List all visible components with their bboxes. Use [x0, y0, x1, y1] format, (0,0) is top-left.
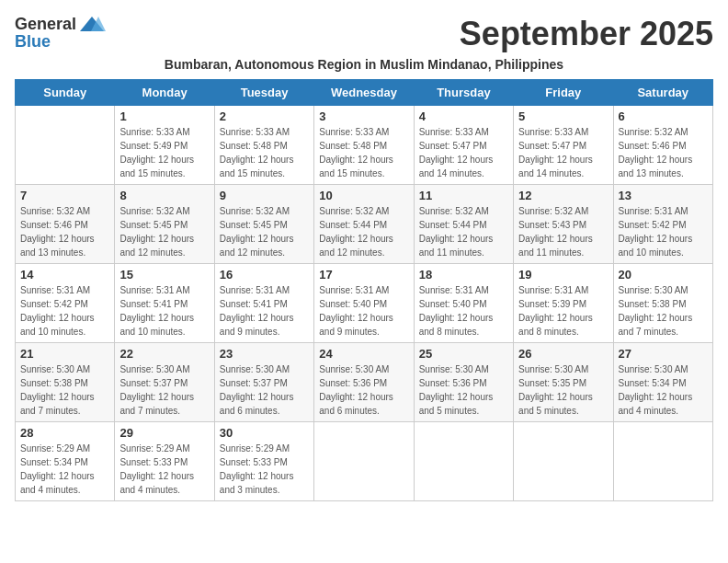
- cell-details: Sunrise: 5:30 AMSunset: 5:38 PMDaylight:…: [619, 283, 708, 339]
- day-number: 22: [119, 347, 209, 361]
- header-day-wednesday: Wednesday: [314, 80, 414, 106]
- day-number: 15: [119, 268, 209, 282]
- cell-details: Sunrise: 5:30 AMSunset: 5:36 PMDaylight:…: [319, 362, 408, 418]
- day-number: 10: [319, 189, 408, 202]
- cell-details: Sunrise: 5:31 AMSunset: 5:41 PMDaylight:…: [119, 283, 209, 339]
- cell-details: Sunrise: 5:32 AMSunset: 5:44 PMDaylight:…: [419, 204, 508, 259]
- cell-details: Sunrise: 5:30 AMSunset: 5:38 PMDaylight:…: [20, 362, 109, 418]
- day-number: 3: [319, 109, 408, 123]
- calendar-cell: 27Sunrise: 5:30 AMSunset: 5:34 PMDayligh…: [613, 343, 712, 422]
- day-number: 17: [319, 268, 408, 282]
- calendar-cell: 26Sunrise: 5:30 AMSunset: 5:35 PMDayligh…: [514, 343, 613, 422]
- cell-details: Sunrise: 5:29 AMSunset: 5:33 PMDaylight:…: [119, 442, 209, 497]
- calendar-cell: [414, 422, 513, 501]
- header: General Blue September 2025: [15, 15, 713, 53]
- calendar-cell: 5Sunrise: 5:33 AMSunset: 5:47 PMDaylight…: [514, 106, 613, 185]
- calendar-cell: 13Sunrise: 5:31 AMSunset: 5:42 PMDayligh…: [613, 185, 712, 264]
- calendar-cell: 17Sunrise: 5:31 AMSunset: 5:40 PMDayligh…: [314, 264, 414, 343]
- logo: General Blue: [15, 15, 106, 50]
- header-day-tuesday: Tuesday: [214, 80, 313, 106]
- header-day-saturday: Saturday: [613, 80, 712, 106]
- day-number: 25: [419, 347, 508, 361]
- cell-details: Sunrise: 5:32 AMSunset: 5:46 PMDaylight:…: [619, 125, 708, 180]
- cell-details: Sunrise: 5:29 AMSunset: 5:34 PMDaylight:…: [20, 442, 109, 497]
- calendar-cell: [613, 422, 712, 501]
- day-number: 20: [619, 268, 708, 282]
- calendar-cell: 19Sunrise: 5:31 AMSunset: 5:39 PMDayligh…: [514, 264, 613, 343]
- day-number: 7: [20, 189, 109, 202]
- day-number: 9: [220, 189, 309, 202]
- day-number: 26: [518, 347, 608, 361]
- day-number: 2: [220, 109, 309, 123]
- day-number: 30: [220, 426, 309, 440]
- day-number: 24: [319, 347, 408, 361]
- calendar-cell: 1Sunrise: 5:33 AMSunset: 5:49 PMDaylight…: [115, 106, 214, 185]
- cell-details: Sunrise: 5:30 AMSunset: 5:37 PMDaylight:…: [220, 362, 309, 418]
- calendar-cell: 11Sunrise: 5:32 AMSunset: 5:44 PMDayligh…: [414, 185, 513, 264]
- calendar-cell: 8Sunrise: 5:32 AMSunset: 5:45 PMDaylight…: [115, 185, 214, 264]
- calendar-week-3: 14Sunrise: 5:31 AMSunset: 5:42 PMDayligh…: [16, 264, 713, 343]
- calendar-cell: 10Sunrise: 5:32 AMSunset: 5:44 PMDayligh…: [314, 185, 414, 264]
- calendar-week-1: 1Sunrise: 5:33 AMSunset: 5:49 PMDaylight…: [16, 106, 713, 185]
- calendar-week-4: 21Sunrise: 5:30 AMSunset: 5:38 PMDayligh…: [16, 343, 713, 422]
- cell-details: Sunrise: 5:33 AMSunset: 5:49 PMDaylight:…: [119, 125, 209, 180]
- calendar-cell: 4Sunrise: 5:33 AMSunset: 5:47 PMDaylight…: [414, 106, 513, 185]
- header-day-monday: Monday: [115, 80, 214, 106]
- header-row: SundayMondayTuesdayWednesdayThursdayFrid…: [16, 80, 713, 106]
- day-number: 5: [518, 109, 608, 123]
- calendar-cell: 12Sunrise: 5:32 AMSunset: 5:43 PMDayligh…: [514, 185, 613, 264]
- header-day-thursday: Thursday: [414, 80, 513, 106]
- calendar-cell: 25Sunrise: 5:30 AMSunset: 5:36 PMDayligh…: [414, 343, 513, 422]
- cell-details: Sunrise: 5:31 AMSunset: 5:42 PMDaylight:…: [619, 204, 708, 259]
- day-number: 28: [20, 426, 109, 440]
- cell-details: Sunrise: 5:32 AMSunset: 5:45 PMDaylight:…: [119, 204, 209, 259]
- day-number: 13: [619, 189, 708, 202]
- day-number: 21: [20, 347, 109, 361]
- day-number: 14: [20, 268, 109, 282]
- cell-details: Sunrise: 5:31 AMSunset: 5:41 PMDaylight:…: [220, 283, 309, 339]
- day-number: 4: [419, 109, 508, 123]
- cell-details: Sunrise: 5:32 AMSunset: 5:44 PMDaylight:…: [319, 204, 408, 259]
- cell-details: Sunrise: 5:30 AMSunset: 5:35 PMDaylight:…: [518, 362, 608, 418]
- day-number: 23: [220, 347, 309, 361]
- cell-details: Sunrise: 5:29 AMSunset: 5:33 PMDaylight:…: [220, 442, 309, 497]
- calendar-cell: [16, 106, 115, 185]
- calendar-cell: 2Sunrise: 5:33 AMSunset: 5:48 PMDaylight…: [214, 106, 313, 185]
- calendar-cell: 18Sunrise: 5:31 AMSunset: 5:40 PMDayligh…: [414, 264, 513, 343]
- calendar-cell: 24Sunrise: 5:30 AMSunset: 5:36 PMDayligh…: [314, 343, 414, 422]
- day-number: 11: [419, 189, 508, 202]
- calendar-table: SundayMondayTuesdayWednesdayThursdayFrid…: [15, 79, 713, 501]
- calendar-cell: 7Sunrise: 5:32 AMSunset: 5:46 PMDaylight…: [16, 185, 115, 264]
- cell-details: Sunrise: 5:31 AMSunset: 5:42 PMDaylight:…: [20, 283, 109, 339]
- cell-details: Sunrise: 5:31 AMSunset: 5:40 PMDaylight:…: [419, 283, 508, 339]
- logo-general: General: [15, 16, 76, 32]
- cell-details: Sunrise: 5:33 AMSunset: 5:47 PMDaylight:…: [419, 125, 508, 180]
- calendar-cell: 23Sunrise: 5:30 AMSunset: 5:37 PMDayligh…: [214, 343, 313, 422]
- cell-details: Sunrise: 5:30 AMSunset: 5:37 PMDaylight:…: [119, 362, 209, 418]
- header-day-sunday: Sunday: [16, 80, 115, 106]
- day-number: 18: [419, 268, 508, 282]
- calendar-week-2: 7Sunrise: 5:32 AMSunset: 5:46 PMDaylight…: [16, 185, 713, 264]
- cell-details: Sunrise: 5:32 AMSunset: 5:43 PMDaylight:…: [518, 204, 608, 259]
- cell-details: Sunrise: 5:30 AMSunset: 5:34 PMDaylight:…: [619, 362, 708, 418]
- calendar-week-5: 28Sunrise: 5:29 AMSunset: 5:34 PMDayligh…: [16, 422, 713, 501]
- calendar-cell: [314, 422, 414, 501]
- cell-details: Sunrise: 5:31 AMSunset: 5:39 PMDaylight:…: [518, 283, 608, 339]
- cell-details: Sunrise: 5:33 AMSunset: 5:48 PMDaylight:…: [319, 125, 408, 180]
- calendar-body: 1Sunrise: 5:33 AMSunset: 5:49 PMDaylight…: [16, 106, 713, 501]
- month-title: September 2025: [460, 15, 713, 53]
- cell-details: Sunrise: 5:31 AMSunset: 5:40 PMDaylight:…: [319, 283, 408, 339]
- calendar-cell: 29Sunrise: 5:29 AMSunset: 5:33 PMDayligh…: [115, 422, 214, 501]
- day-number: 19: [518, 268, 608, 282]
- day-number: 27: [619, 347, 708, 361]
- calendar-cell: 14Sunrise: 5:31 AMSunset: 5:42 PMDayligh…: [16, 264, 115, 343]
- cell-details: Sunrise: 5:32 AMSunset: 5:45 PMDaylight:…: [220, 204, 309, 259]
- cell-details: Sunrise: 5:33 AMSunset: 5:47 PMDaylight:…: [518, 125, 608, 180]
- calendar-cell: 9Sunrise: 5:32 AMSunset: 5:45 PMDaylight…: [214, 185, 313, 264]
- header-day-friday: Friday: [514, 80, 613, 106]
- calendar-cell: 20Sunrise: 5:30 AMSunset: 5:38 PMDayligh…: [613, 264, 712, 343]
- logo-blue: Blue: [15, 33, 51, 50]
- calendar-header: SundayMondayTuesdayWednesdayThursdayFrid…: [16, 80, 713, 106]
- calendar-cell: 16Sunrise: 5:31 AMSunset: 5:41 PMDayligh…: [214, 264, 313, 343]
- day-number: 6: [619, 109, 708, 123]
